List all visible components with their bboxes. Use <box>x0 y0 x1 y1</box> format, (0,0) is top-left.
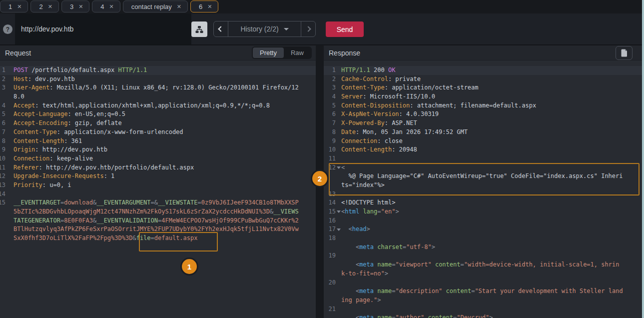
code-text: X-Powered-By: ASP.NET <box>341 119 642 128</box>
code-text: < <box>341 164 642 172</box>
line-number: 6 <box>324 110 336 119</box>
code-line: 5bZTIc%2BDGvhbLOpoaqWjgM12ct47NNzhZm%2Fk… <box>0 208 316 216</box>
request-panel: Request Pretty Raw 1POST /portfolio/defa… <box>0 46 316 318</box>
send-button[interactable]: Send <box>326 22 364 37</box>
tab-1[interactable]: 1✕ <box>0 0 28 12</box>
line-number: 11 <box>0 164 5 172</box>
tab-4[interactable]: 4✕ <box>92 0 120 12</box>
tab-3[interactable]: 3✕ <box>61 0 89 12</box>
code-text: User-Agent: Mozilla/5.0 (X11; Linux x86_… <box>13 84 316 92</box>
code-text: Accept-Language: en-US,en;q=0.5 <box>13 110 316 119</box>
sitemap-icon <box>195 26 203 34</box>
file-icon <box>621 49 628 57</box>
code-text: Priority: u=0, i <box>13 181 316 190</box>
line-number: 20 <box>324 278 336 288</box>
response-panel: Response 1HTTP/1.1 200 OK2Cache-Control:… <box>324 46 642 318</box>
code-text: __EVENTTARGET=download&__EVENTARGUMENT=&… <box>13 198 316 208</box>
close-icon[interactable]: ✕ <box>48 4 52 10</box>
fold-chevron-icon[interactable] <box>336 228 341 231</box>
code-text: %@ Page Language="C#" AutoEventWireup="t… <box>341 172 642 181</box>
line-number: 4 <box>0 102 5 110</box>
history-prev-button[interactable] <box>214 22 228 36</box>
code-line: %@ Page Language="C#" AutoEventWireup="t… <box>324 172 642 181</box>
line-number: 8 <box>324 128 336 137</box>
code-line: 10Content-Length: 20948 <box>324 146 642 154</box>
request-editor[interactable]: 1POST /portfolio/default.aspx HTTP/1.12H… <box>0 60 316 318</box>
history-next-button[interactable] <box>301 22 315 36</box>
line-number: 2 <box>0 75 5 84</box>
line-number: 13 <box>0 181 5 190</box>
tab-contact-replay[interactable]: contact replay✕ <box>123 0 188 12</box>
line-number: 9 <box>0 146 5 154</box>
code-line: 18 <box>324 234 642 243</box>
code-line: 6Accept-Encoding: gzip, deflate <box>0 119 316 128</box>
code-line: 12< <box>324 164 642 172</box>
code-line: 14 <box>0 190 316 199</box>
code-text: <!DOCTYPE html> <box>341 198 642 208</box>
chevron-left-icon <box>218 26 223 32</box>
code-line: 13Priority: u=0, i <box>0 181 316 190</box>
code-line: 9Connection: close <box>324 137 642 146</box>
help-icon[interactable]: ? <box>3 24 12 34</box>
line-number: 21 <box>324 305 336 314</box>
line-number: 16 <box>324 216 336 226</box>
response-panel-header: Response <box>324 46 642 60</box>
code-line: 19 <box>324 252 642 260</box>
code-line: <meta name="author" content="Devcrud"> <box>324 314 642 318</box>
line-number: 11 <box>324 154 336 164</box>
code-text: Upgrade-Insecure-Requests: 1 <box>13 172 316 181</box>
code-line: 21 <box>324 305 642 314</box>
line-number: 5 <box>0 110 5 119</box>
code-text: Content-Length: 361 <box>13 137 316 146</box>
code-text: Accept-Encoding: gzip, deflate <box>13 119 316 128</box>
fold-chevron-icon[interactable] <box>336 166 341 169</box>
code-line: TATEGENERATOR=8E0F0FA3&__EVENTVALIDATION… <box>0 216 316 226</box>
code-line: 20 <box>324 278 642 288</box>
tab-label: contact replay <box>131 3 172 10</box>
sitemap-button[interactable] <box>191 22 207 37</box>
code-line: 3User-Agent: Mozilla/5.0 (X11; Linux x86… <box>0 84 316 92</box>
history-label: History (2/2) <box>240 25 278 33</box>
url-input[interactable] <box>15 14 191 44</box>
tab-label: 1 <box>8 3 12 10</box>
code-text: ts="index"%> <box>341 181 642 190</box>
code-line: 15__EVENTTARGET=download&__EVENTARGUMENT… <box>0 198 316 208</box>
close-icon[interactable]: ✕ <box>109 4 114 10</box>
line-number: 1 <box>324 66 336 75</box>
code-text: Origin: http://dev.pov.htb <box>13 146 316 154</box>
response-editor[interactable]: 1HTTP/1.1 200 OK2Cache-Control: private3… <box>324 60 642 318</box>
request-toolbar: ? History (2/2) Send <box>0 14 642 45</box>
code-text: ing page."> <box>341 296 642 305</box>
close-icon[interactable]: ✕ <box>17 4 21 10</box>
line-number: 7 <box>0 128 5 137</box>
close-icon[interactable]: ✕ <box>78 4 83 10</box>
code-text: <head> <box>341 225 642 234</box>
copy-response-button[interactable] <box>616 46 633 60</box>
line-number: 12 <box>324 164 336 172</box>
code-line: 17 <head> <box>324 225 642 234</box>
code-text: 8.0 <box>13 92 316 102</box>
history-dropdown[interactable]: History (2/2) <box>228 22 301 36</box>
code-text: Connection: close <box>341 137 642 146</box>
code-text: <html lang="en"> <box>341 208 642 216</box>
code-text: 5bZTIc%2BDGvhbLOpoaqWjgM12ct47NNzhZm%2Fk… <box>13 208 316 216</box>
line-number: 2 <box>324 75 336 84</box>
line-number: 14 <box>0 190 5 199</box>
code-line: 5Accept-Language: en-US,en;q=0.5 <box>0 110 316 119</box>
tab-6[interactable]: 6✕ <box>190 0 218 12</box>
code-text: <meta name="viewport" content="width=dev… <box>341 260 642 270</box>
line-number: 14 <box>324 198 336 208</box>
code-text: Accept: text/html,application/xhtml+xml,… <box>13 102 316 110</box>
pretty-toggle[interactable]: Pretty <box>253 48 284 58</box>
raw-toggle[interactable]: Raw <box>284 48 311 58</box>
code-line: 14<!DOCTYPE html> <box>324 198 642 208</box>
code-text: Connection: keep-alive <box>13 154 316 164</box>
code-line: 8Content-Length: 361 <box>0 137 316 146</box>
code-line: 4Accept: text/html,application/xhtml+xml… <box>0 102 316 110</box>
code-text: <meta name="description" content="Start … <box>341 287 642 296</box>
fold-chevron-icon[interactable] <box>336 210 341 213</box>
tab-2[interactable]: 2✕ <box>30 0 58 12</box>
chevron-right-icon <box>305 26 311 32</box>
close-icon[interactable]: ✕ <box>207 4 212 10</box>
close-icon[interactable]: ✕ <box>177 4 181 10</box>
